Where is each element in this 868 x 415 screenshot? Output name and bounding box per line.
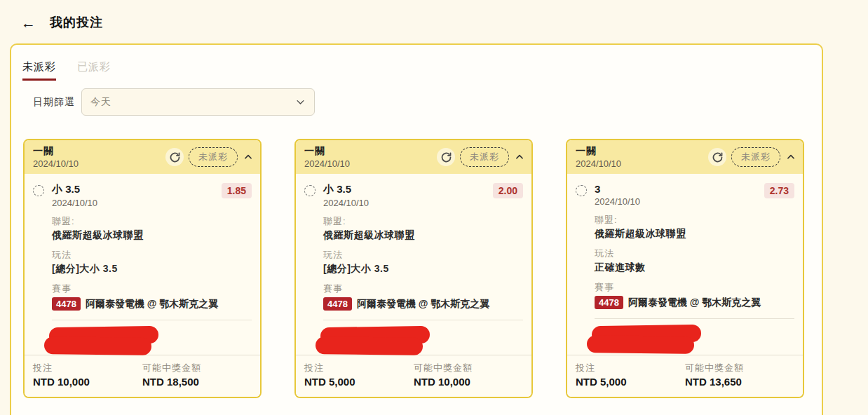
league-value: 俄羅斯超級冰球聯盟 (52, 229, 252, 242)
market-value: [總分]大小 3.5 (52, 263, 252, 275)
payout-label: 可能中獎金額 (685, 362, 794, 374)
stake-label: 投注 (33, 362, 142, 374)
refresh-icon (440, 151, 452, 163)
pending-circle-icon (304, 185, 316, 196)
collapse-button[interactable] (786, 152, 796, 162)
collapse-button[interactable] (515, 152, 524, 162)
league-label: 聯盟: (595, 214, 794, 226)
stake-value: NTD 10,000 (33, 376, 142, 388)
bet-card: 一關 2024/10/10 未派彩 (23, 139, 262, 398)
divider (52, 320, 252, 320)
bet-type: 一關 (33, 145, 79, 158)
status-badge: 未派彩 (731, 147, 780, 167)
status-badge: 未派彩 (460, 147, 509, 167)
bet-card-body: 小 3.5 2024/10/10 1.85 聯盟: 俄羅斯超級冰球聯盟 玩法 [… (25, 174, 260, 355)
date-filter-label: 日期篩選 (33, 96, 75, 109)
event-label: 賽事 (323, 283, 523, 295)
redaction-scribble (587, 325, 701, 353)
bet-card-header: 一關 2024/10/10 未派彩 (296, 140, 531, 174)
bet-type: 一關 (304, 145, 350, 158)
league-value: 俄羅斯超級冰球聯盟 (323, 229, 523, 242)
payout-value: NTD 10,000 (414, 376, 523, 388)
divider (323, 320, 523, 320)
market-label: 玩法 (323, 249, 523, 261)
league-label: 聯盟: (52, 215, 252, 228)
stake-value: NTD 5,000 (304, 376, 414, 388)
refresh-button[interactable] (165, 148, 184, 166)
tab-unsettled[interactable]: 未派彩 (22, 60, 56, 81)
selection-date: 2024/10/10 (323, 198, 369, 208)
market-value: 正確進球數 (595, 261, 794, 274)
refresh-icon (169, 151, 181, 163)
bet-card: 一關 2024/10/10 未派彩 (566, 139, 804, 398)
bet-card-body: 3 2024/10/10 2.73 聯盟: 俄羅斯超級冰球聯盟 玩法 正確進球數… (567, 174, 803, 355)
collapse-button[interactable] (243, 152, 253, 162)
bet-date: 2024/10/10 (304, 158, 350, 169)
event-id-badge: 4478 (595, 296, 623, 309)
divider (595, 318, 794, 319)
redaction-scribble (44, 327, 158, 355)
event-name: 阿爾泰發電機 @ 鄂木斯克之翼 (86, 298, 218, 311)
bet-date: 2024/10/10 (33, 158, 79, 169)
payout-label: 可能中獎金額 (414, 362, 523, 374)
league-value: 俄羅斯超級冰球聯盟 (595, 228, 794, 240)
date-filter-value: 今天 (90, 96, 111, 109)
page-title: 我的投注 (50, 14, 103, 31)
bet-card-footer: 投注 NTD 10,000 可能中獎金額 NTD 18,500 (25, 355, 260, 397)
payout-value: NTD 18,500 (142, 376, 252, 388)
chevron-up-icon (515, 152, 524, 162)
bet-card-footer: 投注 NTD 5,000 可能中獎金額 NTD 13,650 (567, 355, 803, 397)
selection-pick: 小 3.5 (323, 183, 369, 196)
market-label: 玩法 (595, 247, 794, 260)
pending-circle-icon (576, 185, 587, 196)
payout-label: 可能中獎金額 (142, 362, 252, 374)
selection-date: 2024/10/10 (595, 196, 640, 207)
selection-pick: 3 (595, 183, 640, 195)
selection-pick: 小 3.5 (52, 183, 97, 196)
refresh-button[interactable] (708, 148, 726, 166)
tab-settled[interactable]: 已派彩 (77, 60, 111, 81)
refresh-button[interactable] (437, 148, 455, 166)
bet-date: 2024/10/10 (576, 158, 621, 169)
back-icon[interactable]: ← (21, 15, 36, 30)
selection-date: 2024/10/10 (52, 198, 97, 208)
status-badge: 未派彩 (189, 147, 238, 167)
payout-value: NTD 13,650 (685, 376, 794, 388)
event-name: 阿爾泰發電機 @ 鄂木斯克之翼 (357, 298, 489, 311)
chevron-down-icon (295, 97, 306, 107)
event-id-badge: 4478 (323, 297, 352, 311)
odds-badge: 1.85 (222, 183, 252, 198)
refresh-icon (712, 151, 724, 163)
league-label: 聯盟: (323, 215, 523, 228)
stake-value: NTD 5,000 (576, 376, 685, 388)
bet-card-body: 小 3.5 2024/10/10 2.00 聯盟: 俄羅斯超級冰球聯盟 玩法 [… (296, 174, 531, 355)
stake-label: 投注 (576, 362, 685, 374)
market-label: 玩法 (52, 249, 252, 261)
status-tabs: 未派彩 已派彩 (22, 60, 111, 81)
pending-circle-icon (33, 185, 44, 196)
bet-card-footer: 投注 NTD 5,000 可能中獎金額 NTD 10,000 (296, 355, 531, 397)
my-bets-panel: 未派彩 已派彩 日期篩選 今天 一關 2024/10/10 (10, 43, 823, 415)
odds-badge: 2.73 (764, 183, 794, 198)
bet-card-list: 一關 2024/10/10 未派彩 (23, 139, 804, 398)
redaction-scribble (316, 327, 430, 355)
event-label: 賽事 (595, 281, 794, 294)
bet-type: 一關 (576, 145, 621, 158)
event-id-badge: 4478 (52, 297, 81, 311)
odds-badge: 2.00 (493, 183, 523, 198)
market-value: [總分]大小 3.5 (323, 263, 523, 275)
event-label: 賽事 (52, 283, 252, 295)
bet-card: 一關 2024/10/10 未派彩 (294, 139, 533, 398)
bet-card-header: 一關 2024/10/10 未派彩 (567, 140, 803, 174)
date-filter-row: 日期篩選 今天 (33, 88, 315, 116)
date-filter-select[interactable]: 今天 (81, 88, 315, 116)
chevron-up-icon (786, 152, 796, 162)
event-name: 阿爾泰發電機 @ 鄂木斯克之翼 (628, 297, 761, 309)
top-bar: ← 我的投注 (0, 0, 868, 31)
bet-card-header: 一關 2024/10/10 未派彩 (25, 140, 260, 174)
stake-label: 投注 (304, 362, 414, 374)
chevron-up-icon (243, 152, 253, 162)
